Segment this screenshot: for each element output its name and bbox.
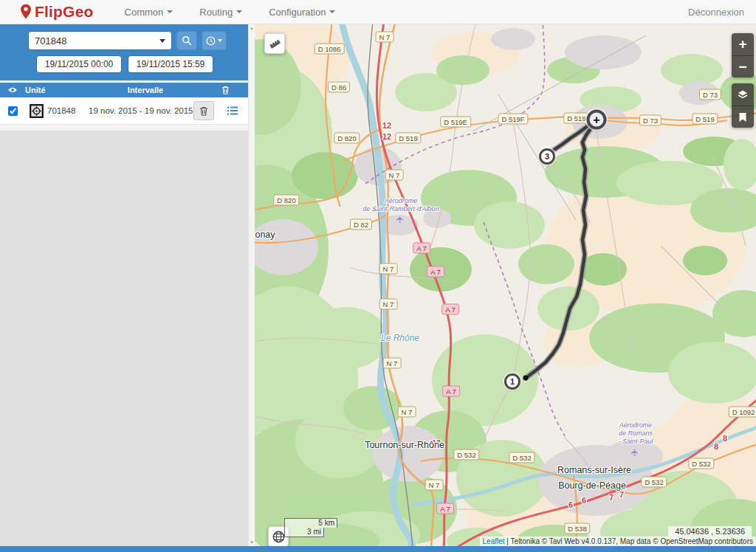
bottom-bar (0, 546, 756, 552)
chevron-down-icon (167, 10, 173, 13)
zoom-in-button[interactable]: + (732, 33, 754, 55)
nav-menus: CommonRoutingConfiguration (114, 2, 346, 22)
row-details-button[interactable] (223, 106, 242, 116)
chevron-down-icon (329, 10, 335, 13)
row-visibility-checkbox[interactable] (8, 106, 18, 116)
select-caret-icon (159, 39, 165, 43)
unit-select[interactable]: 701848 (28, 31, 172, 50)
brand-name: FlipGeo (35, 3, 94, 21)
sidebar-search-panel: 701848 (0, 24, 248, 80)
column-header-unit[interactable]: Unité (25, 86, 89, 94)
track-marker-1[interactable]: 1 (504, 373, 520, 390)
history-dropdown-button[interactable] (202, 31, 227, 50)
map-canvas[interactable] (255, 24, 756, 546)
scale-km: 5 km (284, 518, 337, 528)
brand-logo[interactable]: FlipGeo (19, 3, 94, 21)
scroll-up-icon[interactable]: ▲ (250, 24, 254, 32)
track-marker-3[interactable]: 3 (539, 148, 555, 165)
delete-all-button[interactable] (202, 86, 248, 94)
unit-select-value: 701848 (35, 35, 66, 46)
measure-button[interactable] (264, 33, 285, 54)
unit-target-icon (30, 104, 44, 118)
list-icon (227, 106, 238, 116)
map-pin-icon (19, 4, 32, 20)
scale-mi: 3 mi (284, 528, 324, 537)
sidebar: 701848 (0, 24, 255, 546)
column-header-interval[interactable]: Intervalle (89, 86, 202, 94)
leaflet-link[interactable]: Leaflet (483, 537, 505, 545)
search-icon (182, 35, 192, 46)
sidebar-empty-area (0, 125, 248, 546)
zoom-control: + − (732, 33, 754, 77)
menu-configuration[interactable]: Configuration (258, 2, 346, 22)
layers-button[interactable] (732, 83, 754, 106)
globe-icon (272, 530, 286, 544)
track-endpoint-marker[interactable]: + (587, 110, 607, 130)
top-navbar: FlipGeo CommonRoutingConfiguration Décon… (0, 0, 756, 24)
clock-icon (206, 36, 216, 46)
trash-icon (199, 106, 208, 116)
sidebar-scrollbar[interactable]: ▲ ▼ (248, 24, 255, 546)
bookmark-button[interactable] (732, 106, 754, 128)
layers-icon (737, 89, 749, 100)
cursor-coordinates: 45.04636 , 5.23636 (668, 526, 752, 537)
chevron-down-icon (236, 10, 242, 13)
date-to-input[interactable] (128, 55, 213, 73)
map-tools-control (732, 83, 754, 128)
logout-link[interactable]: Déconnexion (688, 7, 744, 18)
trash-icon (221, 86, 230, 94)
date-from-input[interactable] (36, 55, 122, 73)
eye-icon (7, 86, 18, 94)
row-delete-button[interactable] (193, 101, 214, 120)
ruler-icon (269, 38, 281, 50)
row-interval: 19 nov. 2015 - 19 nov. 2015 (89, 106, 193, 115)
menu-routing[interactable]: Routing (189, 2, 252, 22)
map-attribution: Leaflet | Teltonika © Tavl Web v4.0.0.13… (480, 537, 756, 546)
map[interactable]: D 1086N 7D 86D 73D 519ED 519FD 519D 73D … (255, 24, 756, 546)
unit-table-row: 701848 19 nov. 2015 - 19 nov. 2015 (0, 97, 248, 125)
zoom-out-button[interactable]: − (732, 55, 754, 77)
units-table-header: Unité Intervalle (0, 83, 248, 97)
row-unit-id: 701848 (47, 106, 89, 115)
clock-caret-icon (218, 39, 222, 42)
search-button[interactable] (176, 31, 197, 50)
bookmark-icon (738, 112, 747, 123)
attribution-text: | Teltonika © Tavl Web v4.0.0.137, Map d… (505, 537, 753, 545)
scroll-down-icon[interactable]: ▼ (250, 539, 254, 546)
map-scale: 5 km 3 mi (284, 518, 337, 537)
menu-common[interactable]: Common (114, 2, 184, 22)
